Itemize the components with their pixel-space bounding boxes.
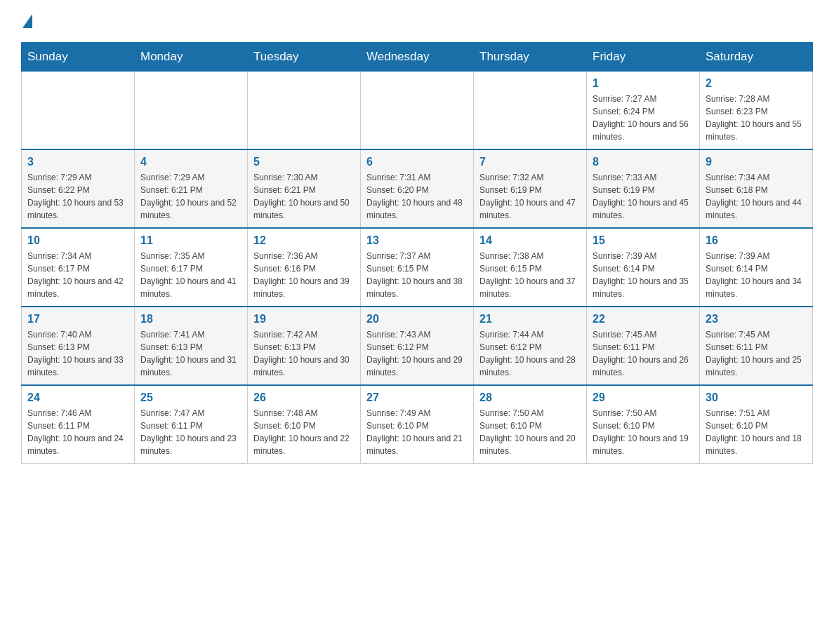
calendar-cell: 7Sunrise: 7:32 AM Sunset: 6:19 PM Daylig… [474, 149, 587, 228]
calendar-cell: 1Sunrise: 7:27 AM Sunset: 6:24 PM Daylig… [587, 72, 700, 150]
calendar-cell: 16Sunrise: 7:39 AM Sunset: 6:14 PM Dayli… [700, 228, 813, 307]
calendar-cell: 19Sunrise: 7:42 AM Sunset: 6:13 PM Dayli… [248, 307, 361, 385]
calendar-cell: 22Sunrise: 7:45 AM Sunset: 6:11 PM Dayli… [587, 307, 700, 385]
day-info: Sunrise: 7:41 AM Sunset: 6:13 PM Dayligh… [140, 328, 241, 379]
day-info: Sunrise: 7:31 AM Sunset: 6:20 PM Dayligh… [366, 171, 468, 222]
day-number: 2 [706, 77, 807, 90]
calendar-cell: 12Sunrise: 7:36 AM Sunset: 6:16 PM Dayli… [248, 228, 361, 307]
day-number: 22 [593, 313, 694, 326]
calendar-cell [135, 72, 248, 150]
calendar-cell: 26Sunrise: 7:48 AM Sunset: 6:10 PM Dayli… [248, 385, 361, 464]
calendar-cell: 5Sunrise: 7:30 AM Sunset: 6:21 PM Daylig… [248, 149, 361, 228]
day-number: 13 [366, 234, 468, 247]
day-info: Sunrise: 7:34 AM Sunset: 6:17 PM Dayligh… [27, 250, 128, 300]
header-thursday: Thursday [474, 43, 587, 72]
day-number: 12 [253, 234, 355, 247]
day-info: Sunrise: 7:35 AM Sunset: 6:17 PM Dayligh… [140, 250, 241, 300]
day-number: 9 [706, 156, 807, 168]
calendar-cell: 27Sunrise: 7:49 AM Sunset: 6:10 PM Dayli… [361, 385, 474, 464]
calendar-cell: 3Sunrise: 7:29 AM Sunset: 6:22 PM Daylig… [22, 149, 135, 228]
calendar-week-row: 24Sunrise: 7:46 AM Sunset: 6:11 PM Dayli… [22, 385, 813, 464]
calendar-cell [22, 72, 135, 150]
day-number: 20 [366, 313, 468, 326]
header-wednesday: Wednesday [361, 43, 474, 72]
day-info: Sunrise: 7:48 AM Sunset: 6:10 PM Dayligh… [253, 407, 355, 457]
day-info: Sunrise: 7:47 AM Sunset: 6:11 PM Dayligh… [140, 407, 241, 457]
day-info: Sunrise: 7:28 AM Sunset: 6:23 PM Dayligh… [706, 93, 807, 143]
calendar-cell: 17Sunrise: 7:40 AM Sunset: 6:13 PM Dayli… [22, 307, 135, 385]
calendar-cell: 18Sunrise: 7:41 AM Sunset: 6:13 PM Dayli… [135, 307, 248, 385]
page-header [21, 14, 813, 28]
day-info: Sunrise: 7:46 AM Sunset: 6:11 PM Dayligh… [27, 407, 128, 457]
day-info: Sunrise: 7:43 AM Sunset: 6:12 PM Dayligh… [366, 328, 468, 379]
day-number: 25 [140, 391, 241, 404]
calendar-cell: 15Sunrise: 7:39 AM Sunset: 6:14 PM Dayli… [587, 228, 700, 307]
day-info: Sunrise: 7:36 AM Sunset: 6:16 PM Dayligh… [253, 250, 355, 300]
day-number: 8 [593, 156, 694, 168]
calendar-cell: 13Sunrise: 7:37 AM Sunset: 6:15 PM Dayli… [361, 228, 474, 307]
calendar-cell: 6Sunrise: 7:31 AM Sunset: 6:20 PM Daylig… [361, 149, 474, 228]
calendar-cell: 9Sunrise: 7:34 AM Sunset: 6:18 PM Daylig… [700, 149, 813, 228]
day-info: Sunrise: 7:30 AM Sunset: 6:21 PM Dayligh… [253, 171, 355, 222]
day-number: 6 [366, 156, 468, 168]
logo [21, 14, 34, 28]
calendar-header-row: SundayMondayTuesdayWednesdayThursdayFrid… [22, 43, 813, 72]
calendar-cell: 30Sunrise: 7:51 AM Sunset: 6:10 PM Dayli… [700, 385, 813, 464]
calendar-week-row: 3Sunrise: 7:29 AM Sunset: 6:22 PM Daylig… [22, 149, 813, 228]
day-info: Sunrise: 7:27 AM Sunset: 6:24 PM Dayligh… [593, 93, 694, 143]
calendar-cell: 8Sunrise: 7:33 AM Sunset: 6:19 PM Daylig… [587, 149, 700, 228]
day-info: Sunrise: 7:37 AM Sunset: 6:15 PM Dayligh… [366, 250, 468, 300]
day-info: Sunrise: 7:51 AM Sunset: 6:10 PM Dayligh… [706, 407, 807, 457]
calendar-cell: 4Sunrise: 7:29 AM Sunset: 6:21 PM Daylig… [135, 149, 248, 228]
day-info: Sunrise: 7:49 AM Sunset: 6:10 PM Dayligh… [366, 407, 468, 457]
calendar-table: SundayMondayTuesdayWednesdayThursdayFrid… [21, 42, 813, 464]
day-number: 28 [479, 391, 581, 404]
day-number: 7 [479, 156, 581, 168]
calendar-week-row: 1Sunrise: 7:27 AM Sunset: 6:24 PM Daylig… [22, 72, 813, 150]
day-info: Sunrise: 7:29 AM Sunset: 6:21 PM Dayligh… [140, 171, 241, 222]
day-number: 3 [27, 156, 128, 168]
day-info: Sunrise: 7:45 AM Sunset: 6:11 PM Dayligh… [593, 328, 694, 379]
calendar-cell: 29Sunrise: 7:50 AM Sunset: 6:10 PM Dayli… [587, 385, 700, 464]
day-number: 24 [27, 391, 128, 404]
day-info: Sunrise: 7:44 AM Sunset: 6:12 PM Dayligh… [479, 328, 581, 379]
day-number: 21 [479, 313, 581, 326]
day-number: 1 [593, 77, 694, 90]
day-number: 19 [253, 313, 355, 326]
calendar-cell: 21Sunrise: 7:44 AM Sunset: 6:12 PM Dayli… [474, 307, 587, 385]
day-info: Sunrise: 7:32 AM Sunset: 6:19 PM Dayligh… [479, 171, 581, 222]
day-info: Sunrise: 7:50 AM Sunset: 6:10 PM Dayligh… [479, 407, 581, 457]
day-info: Sunrise: 7:33 AM Sunset: 6:19 PM Dayligh… [593, 171, 694, 222]
calendar-cell: 28Sunrise: 7:50 AM Sunset: 6:10 PM Dayli… [474, 385, 587, 464]
calendar-cell: 11Sunrise: 7:35 AM Sunset: 6:17 PM Dayli… [135, 228, 248, 307]
calendar-cell [361, 72, 474, 150]
header-tuesday: Tuesday [248, 43, 361, 72]
calendar-cell: 10Sunrise: 7:34 AM Sunset: 6:17 PM Dayli… [22, 228, 135, 307]
day-info: Sunrise: 7:40 AM Sunset: 6:13 PM Dayligh… [27, 328, 128, 379]
calendar-cell: 14Sunrise: 7:38 AM Sunset: 6:15 PM Dayli… [474, 228, 587, 307]
day-number: 18 [140, 313, 241, 326]
day-number: 5 [253, 156, 355, 168]
calendar-cell [474, 72, 587, 150]
day-number: 15 [593, 234, 694, 247]
day-number: 27 [366, 391, 468, 404]
day-number: 29 [593, 391, 694, 404]
header-monday: Monday [135, 43, 248, 72]
day-number: 10 [27, 234, 128, 247]
day-number: 14 [479, 234, 581, 247]
calendar-week-row: 10Sunrise: 7:34 AM Sunset: 6:17 PM Dayli… [22, 228, 813, 307]
header-sunday: Sunday [22, 43, 135, 72]
day-number: 23 [706, 313, 807, 326]
calendar-cell: 23Sunrise: 7:45 AM Sunset: 6:11 PM Dayli… [700, 307, 813, 385]
calendar-cell [248, 72, 361, 150]
calendar-cell: 20Sunrise: 7:43 AM Sunset: 6:12 PM Dayli… [361, 307, 474, 385]
day-info: Sunrise: 7:45 AM Sunset: 6:11 PM Dayligh… [706, 328, 807, 379]
day-info: Sunrise: 7:42 AM Sunset: 6:13 PM Dayligh… [253, 328, 355, 379]
day-number: 26 [253, 391, 355, 404]
day-info: Sunrise: 7:29 AM Sunset: 6:22 PM Dayligh… [27, 171, 128, 222]
day-info: Sunrise: 7:34 AM Sunset: 6:18 PM Dayligh… [706, 171, 807, 222]
day-number: 30 [706, 391, 807, 404]
calendar-cell: 25Sunrise: 7:47 AM Sunset: 6:11 PM Dayli… [135, 385, 248, 464]
header-friday: Friday [587, 43, 700, 72]
day-info: Sunrise: 7:38 AM Sunset: 6:15 PM Dayligh… [479, 250, 581, 300]
